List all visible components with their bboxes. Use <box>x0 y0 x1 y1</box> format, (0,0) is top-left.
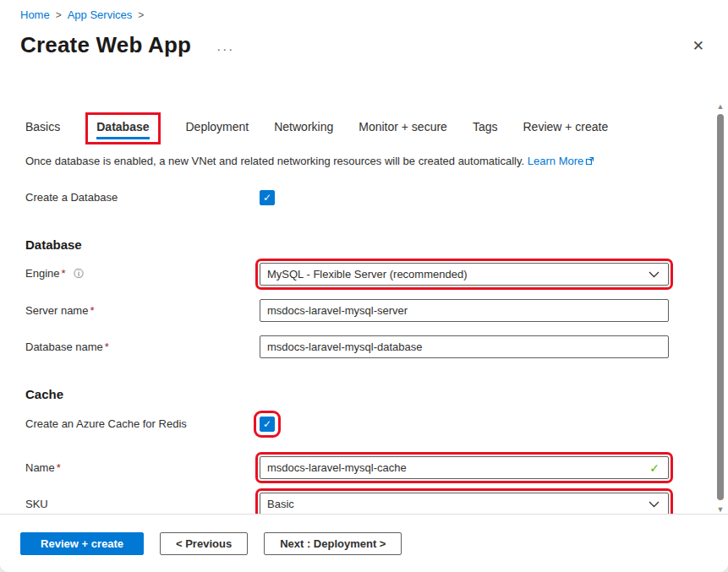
tab-deployment[interactable]: Deployment <box>186 120 249 142</box>
server-name-input[interactable] <box>260 299 669 322</box>
create-database-row: Create a Database ✓ <box>25 186 676 209</box>
cache-section-heading: Cache <box>25 387 676 401</box>
review-create-button[interactable]: Review + create <box>20 532 144 555</box>
database-section-heading: Database <box>25 237 676 252</box>
database-name-row: Database name* <box>25 335 676 358</box>
chevron-down-icon <box>649 498 660 510</box>
create-cache-row: Create an Azure Cache for Redis ✓ <box>25 412 676 435</box>
learn-more-link[interactable]: Learn More <box>528 155 583 167</box>
database-name-input[interactable] <box>260 335 669 358</box>
tab-basics[interactable]: Basics <box>25 120 60 142</box>
engine-label: Engine* ⓘ <box>25 267 260 281</box>
tab-tags[interactable]: Tags <box>473 120 498 142</box>
server-name-label-text: Server name <box>25 304 88 317</box>
cache-name-label-text: Name <box>25 461 55 474</box>
sku-row: SKU Basic <box>25 493 676 515</box>
required-marker: * <box>90 304 94 317</box>
cache-name-label: Name* <box>25 461 260 474</box>
title-row: Create Web App ··· <box>20 32 234 58</box>
engine-dropdown-value: MySQL - Flexible Server (recommended) <box>267 268 467 281</box>
create-web-app-panel: Home > App Services > Create Web App ···… <box>0 0 728 572</box>
required-marker: * <box>61 267 65 280</box>
database-name-label: Database name* <box>25 340 260 353</box>
external-link-icon <box>585 155 594 168</box>
valid-check-icon: ✓ <box>649 461 668 475</box>
breadcrumb: Home > App Services > <box>20 8 144 21</box>
wizard-tabs: Basics Database Deployment Networking Mo… <box>25 106 676 142</box>
scroll-up-icon[interactable]: ▲ <box>715 101 725 112</box>
breadcrumb-home-link[interactable]: Home <box>20 8 50 21</box>
create-database-label: Create a Database <box>25 191 260 204</box>
server-name-row: Server name* <box>25 299 676 322</box>
tab-review-create[interactable]: Review + create <box>523 120 608 142</box>
sku-label: SKU <box>25 498 260 510</box>
cache-name-field: ✓ <box>260 456 669 479</box>
cache-name-input[interactable] <box>260 457 649 478</box>
vertical-scrollbar[interactable]: ▲ ▼ <box>715 101 725 515</box>
vnet-notice: Once database is enabled, a new VNet and… <box>25 155 676 168</box>
sku-dropdown-value: Basic <box>267 498 294 510</box>
cache-name-row: Name* ✓ <box>25 456 676 479</box>
vnet-notice-text: Once database is enabled, a new VNet and… <box>25 155 524 167</box>
create-database-checkbox[interactable]: ✓ <box>260 190 275 205</box>
database-name-label-text: Database name <box>25 340 103 353</box>
create-cache-label: Create an Azure Cache for Redis <box>25 417 260 430</box>
breadcrumb-separator: > <box>56 9 62 21</box>
required-marker: * <box>105 340 109 353</box>
info-icon[interactable]: ⓘ <box>74 268 84 280</box>
tab-database[interactable]: Database <box>88 115 157 142</box>
server-name-label: Server name* <box>25 304 260 317</box>
create-cache-checkbox[interactable]: ✓ <box>260 417 275 432</box>
more-menu-icon[interactable]: ··· <box>216 35 234 55</box>
database-tab-content: Basics Database Deployment Networking Mo… <box>25 106 676 515</box>
wizard-footer: Review + create < Previous Next : Deploy… <box>0 514 728 572</box>
tab-monitor-secure[interactable]: Monitor + secure <box>359 120 447 142</box>
engine-label-text: Engine <box>25 267 59 280</box>
sku-dropdown[interactable]: Basic <box>260 493 669 515</box>
engine-row: Engine* ⓘ MySQL - Flexible Server (recom… <box>25 263 676 286</box>
breadcrumb-separator: > <box>138 9 144 21</box>
next-deployment-button[interactable]: Next : Deployment > <box>264 532 402 555</box>
breadcrumb-app-services-link[interactable]: App Services <box>68 8 133 21</box>
close-icon[interactable]: ✕ <box>692 37 704 55</box>
tab-networking[interactable]: Networking <box>274 120 333 142</box>
page-title: Create Web App <box>20 32 191 58</box>
previous-button[interactable]: < Previous <box>160 532 248 555</box>
required-marker: * <box>57 461 61 474</box>
scrollbar-thumb[interactable] <box>717 114 724 500</box>
chevron-down-icon <box>649 268 660 281</box>
engine-dropdown[interactable]: MySQL - Flexible Server (recommended) <box>260 263 669 286</box>
